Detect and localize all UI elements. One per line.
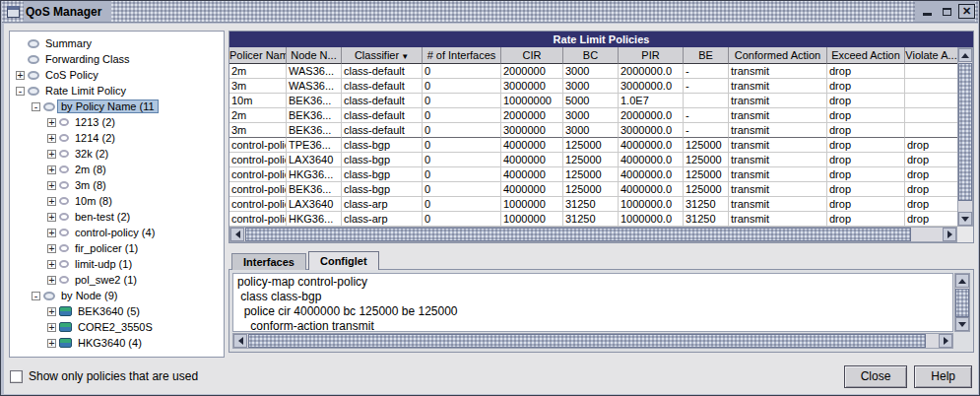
tree-item-32k-2[interactable]: +32k (2) [10, 146, 224, 162]
table-horizontal-scrollbar[interactable] [229, 227, 957, 242]
tree-item-core2-3550s[interactable]: +CORE2_3550S [10, 319, 224, 335]
scroll-up-button[interactable] [958, 48, 972, 62]
tree-item-3m-8[interactable]: +3m (8) [10, 177, 224, 193]
tree-item-fir-policer-1[interactable]: +fir_policer (1) [10, 240, 224, 256]
table-row[interactable]: control-policyTPE36...class-bgp040000001… [229, 138, 957, 153]
scroll-right-button[interactable] [939, 334, 952, 348]
table-cell: drop [827, 153, 905, 167]
expand-plus-icon[interactable]: + [16, 71, 25, 80]
column-header-bc[interactable]: BC [563, 47, 619, 64]
tree-item-forwarding-class[interactable]: Forwarding Class [10, 51, 224, 67]
help-button[interactable]: Help [914, 365, 972, 388]
table-row[interactable]: 2mWAS36...class-default02000000300020000… [229, 64, 957, 79]
table-row[interactable]: 2mBEK36...class-default02000000300020000… [229, 108, 957, 123]
scroll-down-button[interactable] [955, 317, 969, 331]
column-header-conformed-action[interactable]: Conformed Action [729, 47, 827, 64]
table-row[interactable]: control-policyLAX3640class-bgp0400000012… [229, 153, 957, 167]
table-cell: class-default [342, 108, 423, 123]
scroll-up-button[interactable] [955, 274, 969, 288]
collapse-minus-icon[interactable]: - [16, 87, 25, 96]
table-row[interactable]: control-policyHKG36...class-bgp040000001… [229, 167, 957, 182]
table-row[interactable]: control-policyLAX3640class-arp0100000031… [229, 197, 957, 212]
vertical-scrollbar-thumb[interactable] [958, 63, 972, 201]
tree-item-pol-swe2-1[interactable]: +pol_swe2 (1) [10, 272, 224, 288]
tree-item-ben-test-2[interactable]: +ben-test (2) [10, 209, 224, 225]
tree-item-label: control-policy (4) [72, 227, 158, 238]
tree-item-limit-udp-1[interactable]: +limit-udp (1) [10, 256, 224, 272]
table-row[interactable]: 10mBEK36...class-default01000000050001.0… [229, 94, 957, 108]
expand-plus-icon[interactable]: + [47, 181, 56, 190]
show-only-used-checkbox[interactable] [10, 370, 23, 383]
titlebar[interactable]: QoS Manager ✕ [2, 1, 978, 23]
table-row[interactable]: 3mBEK36...class-default03000000300030000… [229, 123, 957, 138]
table-cell: drop [905, 197, 957, 212]
column-header-cir[interactable]: CIR [501, 47, 563, 64]
expand-plus-icon[interactable]: + [47, 307, 56, 316]
column-header-violate-a[interactable]: Violate A... [905, 47, 957, 64]
scroll-left-button[interactable] [230, 228, 244, 241]
collapse-minus-icon[interactable]: - [32, 102, 40, 111]
tab-interfaces[interactable]: Interfaces [231, 253, 306, 270]
horizontal-scrollbar-thumb[interactable] [245, 228, 911, 241]
table-row[interactable]: control-policyBEK36...class-bgp040000001… [229, 182, 957, 197]
configlet-horizontal-scrollbar[interactable] [232, 333, 953, 349]
table-cell: 4000000.0 [619, 182, 684, 197]
minimize-button[interactable] [919, 4, 936, 19]
horizontal-scrollbar-thumb[interactable] [248, 334, 926, 348]
table-cell: control-policy [229, 167, 287, 182]
column-header-policer-name[interactable]: Policer Name [229, 47, 287, 64]
scroll-right-button[interactable] [943, 228, 956, 241]
scroll-left-button[interactable] [233, 334, 247, 348]
expand-plus-icon[interactable]: + [47, 165, 56, 174]
expand-plus-icon[interactable]: + [47, 244, 56, 253]
column-header-classifier[interactable]: Classifier▼ [342, 47, 423, 64]
tree-item-10m-8[interactable]: +10m (8) [10, 193, 224, 209]
tree-item-1213-2[interactable]: +1213 (2) [10, 114, 224, 130]
table-row[interactable]: control-policyHKG36...class-arp010000003… [229, 212, 957, 227]
tree-item-2m-8[interactable]: +2m (8) [10, 162, 224, 177]
column-header-be[interactable]: BE [684, 47, 729, 64]
table-cell: transmit [729, 123, 827, 138]
table-cell: drop [905, 153, 957, 167]
column-header-node-n[interactable]: Node N... [287, 47, 342, 64]
expand-plus-icon[interactable]: + [47, 229, 56, 237]
tree-item-by-node-9[interactable]: -by Node (9) [10, 288, 224, 303]
expand-plus-icon[interactable]: + [47, 134, 56, 143]
vertical-scrollbar-thumb[interactable] [955, 289, 969, 317]
table-row[interactable]: 3mWAS36...class-default03000000300030000… [229, 79, 957, 94]
tree-item-summary[interactable]: Summary [10, 35, 224, 51]
table-vertical-scrollbar[interactable] [957, 47, 973, 227]
column-header-exceed-action[interactable]: Exceed Action [827, 47, 905, 64]
collapse-minus-icon[interactable]: - [32, 292, 40, 300]
tree-item-1214-2[interactable]: +1214 (2) [10, 130, 224, 146]
table-cell: drop [905, 212, 957, 227]
tree-item-cos-policy[interactable]: +CoS Policy [10, 67, 224, 83]
titlebar-drag-area[interactable] [111, 1, 915, 22]
tab-configlet[interactable]: Configlet [308, 251, 379, 270]
close-button[interactable]: Close [844, 365, 908, 388]
column-header-pir[interactable]: PIR [619, 47, 684, 64]
tree-item-control-policy-4[interactable]: +control-policy (4) [10, 225, 224, 240]
expand-plus-icon[interactable]: + [47, 276, 56, 285]
configlet-vertical-scrollbar[interactable] [954, 273, 970, 332]
configlet-text[interactable]: policy-map control-policy class class-bg… [232, 273, 953, 332]
maximize-button[interactable] [939, 4, 955, 19]
scroll-down-button[interactable] [958, 212, 972, 226]
expand-plus-icon[interactable]: + [47, 118, 56, 127]
column-header-of-interfaces[interactable]: # of Interfaces [423, 47, 501, 64]
expand-plus-icon[interactable]: + [47, 339, 56, 348]
expander-spacer [16, 55, 25, 64]
tree-item-label: BEK3640 (5) [75, 305, 143, 317]
close-window-button[interactable]: ✕ [958, 4, 975, 19]
expand-plus-icon[interactable]: + [47, 150, 56, 159]
tree-item-hkg3640-4[interactable]: +HKG3640 (4) [10, 335, 224, 351]
policer-icon [59, 118, 69, 126]
expand-plus-icon[interactable]: + [47, 323, 56, 332]
expand-plus-icon[interactable]: + [47, 213, 56, 222]
tree-item-rate-limit-policy[interactable]: -Rate Limit Policy [10, 83, 224, 99]
tree-item-bek3640-5[interactable]: +BEK3640 (5) [10, 303, 224, 319]
tree-item-by-policy-name-11[interactable]: -by Policy Name (11 [10, 99, 224, 114]
maximize-icon [943, 8, 951, 16]
expand-plus-icon[interactable]: + [47, 197, 56, 206]
expand-plus-icon[interactable]: + [47, 260, 56, 269]
